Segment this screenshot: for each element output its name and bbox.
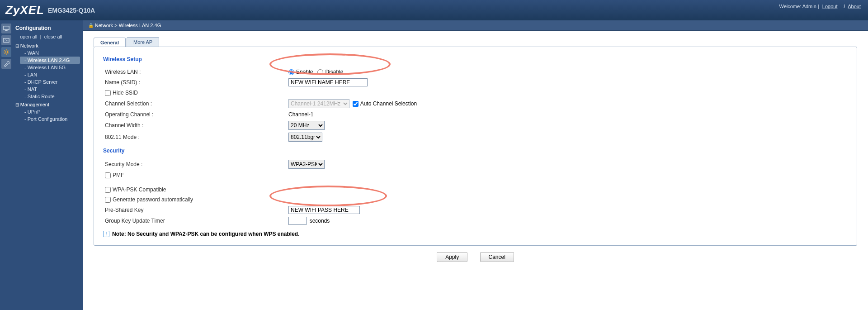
monitor-icon[interactable]: [1, 24, 11, 33]
left-icon-rail: [0, 20, 13, 310]
checkbox-gen-pass[interactable]: [105, 197, 111, 203]
label-gen-pass: Generate password automatically: [113, 196, 193, 203]
button-bar: Apply Cancel: [83, 252, 868, 262]
form-panel: Wireless Setup Wireless LAN : Enable Dis…: [94, 47, 857, 246]
gen-pass-wrap[interactable]: Generate password automatically: [105, 196, 193, 203]
nav-item-portcfg[interactable]: Port Configuration: [20, 115, 80, 123]
nav-item-wlan24[interactable]: Wireless LAN 2.4G: [20, 57, 80, 64]
section-title-wireless: Wireless Setup: [103, 56, 848, 62]
auto-channel-wrap[interactable]: Auto Channel Selection: [353, 100, 417, 107]
gear-icon[interactable]: [1, 47, 11, 57]
brand-logo: ZyXEL: [5, 3, 44, 17]
checkbox-hide-ssid[interactable]: [105, 90, 111, 96]
tabs: GeneralMore AP: [94, 37, 868, 47]
checkbox-wpa-compat[interactable]: [105, 187, 111, 193]
radio-enable[interactable]: [288, 69, 294, 75]
label-pmf: PMF: [113, 172, 124, 178]
nav-item-lan[interactable]: LAN: [20, 71, 80, 78]
group-timer-input[interactable]: [288, 217, 307, 225]
nav-item-nat[interactable]: NAT: [20, 86, 80, 93]
radio-disable-label: Disable: [325, 69, 343, 75]
label-ssid: Name (SSID) :: [103, 79, 288, 86]
status-icon[interactable]: [1, 35, 11, 45]
svg-line-10: [5, 53, 5, 54]
select-security[interactable]: WPA2-PSK: [288, 160, 325, 169]
welcome-text: Welcome: Admin |: [779, 4, 819, 9]
label-ch-width: Channel Width :: [103, 122, 288, 129]
nav-actions: open all | close all: [15, 34, 80, 39]
section-title-security: Security: [103, 148, 848, 154]
tab-general[interactable]: General: [94, 38, 126, 47]
ssid-input[interactable]: [288, 78, 368, 86]
label-psk: Pre-Shared Key: [103, 207, 288, 213]
nav-item-upnp[interactable]: UPnP: [20, 108, 80, 115]
cancel-button[interactable]: Cancel: [480, 252, 514, 262]
breadcrumb: Network > Wireless LAN 2.4G: [83, 20, 868, 31]
checkbox-pmf[interactable]: [105, 172, 111, 178]
note-text: Note: No Security and WPA2-PSK can be co…: [112, 231, 300, 237]
label-auto-channel: Auto Channel Selection: [360, 100, 417, 107]
select-ch-width[interactable]: 20 MHz: [288, 121, 325, 130]
tab-more-ap[interactable]: More AP: [127, 37, 159, 47]
label-wireless-lan: Wireless LAN :: [103, 69, 288, 75]
logout-link[interactable]: Logout: [822, 4, 838, 9]
apply-button[interactable]: Apply: [437, 252, 467, 262]
wpa-compat-wrap[interactable]: WPA-PSK Compatible: [105, 186, 166, 193]
label-80211: 802.11 Mode :: [103, 134, 288, 140]
nav-item-dhcp[interactable]: DHCP Server: [20, 78, 80, 86]
label-seconds: seconds: [310, 218, 330, 224]
nav-title: Configuration: [15, 25, 80, 31]
label-wpa-compat: WPA-PSK Compatible: [113, 186, 166, 193]
radio-disable[interactable]: [317, 69, 323, 75]
checkbox-auto-channel[interactable]: [353, 101, 359, 107]
svg-line-11: [8, 50, 8, 51]
hide-ssid-wrap[interactable]: Hide SSID: [105, 90, 138, 96]
select-80211[interactable]: 802.11bgn: [288, 133, 322, 142]
nav-item-wlan5[interactable]: Wireless LAN 5G: [20, 64, 80, 71]
open-all-link[interactable]: open all: [20, 34, 38, 39]
label-channel-selection: Channel Selection :: [103, 100, 288, 107]
model-name: EMG3425-Q10A: [48, 7, 95, 14]
nav-item-static[interactable]: Static Route: [20, 93, 80, 100]
label-op-channel: Operating Channel :: [103, 111, 288, 118]
label-hide-ssid: Hide SSID: [113, 90, 138, 96]
note-icon: !: [103, 231, 109, 237]
info-icon: i: [844, 3, 845, 10]
value-op-channel: Channel-1: [288, 111, 848, 118]
psk-input[interactable]: [288, 206, 360, 214]
nav-group-network[interactable]: Network: [15, 42, 80, 49]
radio-disable-wrap[interactable]: Disable: [317, 69, 343, 75]
label-group-timer: Group Key Update Timer: [103, 218, 288, 224]
about-link[interactable]: About: [848, 4, 861, 9]
radio-enable-wrap[interactable]: Enable: [288, 69, 313, 75]
select-channel[interactable]: Channel-1 2412MHz: [288, 99, 349, 108]
header-user-area: Welcome: Admin | Logout iAbout: [779, 3, 863, 10]
svg-point-3: [5, 51, 7, 53]
header-bar: ZyXEL EMG3425-Q10A Welcome: Admin | Logo…: [0, 0, 868, 20]
nav-panel: Configuration open all | close all Netwo…: [13, 20, 83, 310]
radio-enable-label: Enable: [296, 69, 313, 75]
svg-line-8: [5, 50, 5, 51]
svg-rect-1: [5, 30, 7, 31]
svg-line-9: [8, 53, 8, 54]
nav-group-management[interactable]: Management: [15, 101, 80, 108]
pmf-wrap[interactable]: PMF: [105, 172, 124, 178]
close-all-link[interactable]: close all: [44, 34, 62, 39]
label-security-mode: Security Mode :: [103, 161, 288, 167]
svg-rect-0: [4, 26, 9, 30]
tool-icon[interactable]: [1, 59, 11, 69]
note-row: ! Note: No Security and WPA2-PSK can be …: [103, 231, 848, 237]
nav-item-wan[interactable]: WAN: [20, 49, 80, 57]
